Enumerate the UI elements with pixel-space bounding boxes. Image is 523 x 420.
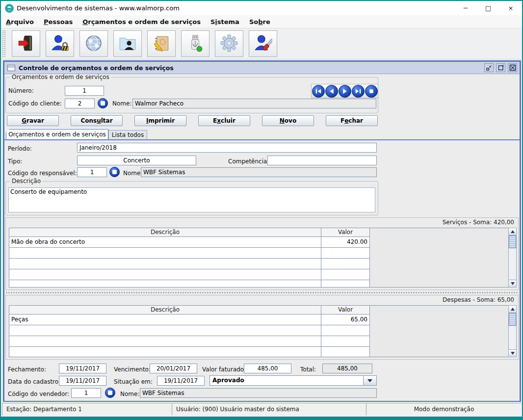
maximize-button[interactable]: □: [477, 1, 499, 15]
cliente-code-input[interactable]: [65, 99, 95, 108]
responsavel-code-input[interactable]: [77, 167, 107, 177]
lookup-icon: [108, 391, 112, 395]
fechamento-label: Fechamento:: [8, 365, 46, 374]
nav-next-button[interactable]: [339, 85, 351, 98]
descricao-title: Descrição: [10, 178, 43, 184]
situacao-combobox-value: Aprovado: [210, 376, 363, 385]
os-titlebar[interactable]: Desenvolvimento de sistemas - www.walmor…: [1, 1, 522, 15]
services-col-descricao: Descrição: [9, 228, 321, 236]
numero-label: Número:: [8, 86, 34, 96]
combobox-arrow-button[interactable]: [363, 376, 376, 385]
services-scrollbar[interactable]: [508, 228, 517, 288]
competencia-input[interactable]: [267, 156, 377, 165]
table-row[interactable]: [9, 325, 369, 336]
menu-arquivo[interactable]: Arquivo: [1, 15, 39, 28]
services-col-valor: Valor: [321, 228, 369, 236]
table-row[interactable]: Peças65.00: [9, 315, 369, 325]
table-row[interactable]: [9, 259, 369, 269]
table-row[interactable]: Mão de obra do concerto420.00: [9, 237, 369, 248]
services-table-header: Descrição Valor: [9, 228, 369, 237]
table-row[interactable]: [9, 248, 369, 259]
exit-button[interactable]: [12, 30, 40, 57]
scrollbar-track[interactable]: [509, 313, 516, 349]
status-station: Estação: Departamento 1: [2, 403, 172, 416]
frame-restore-button[interactable]: [496, 63, 505, 72]
nav-stop-button[interactable]: [365, 85, 378, 98]
table-row[interactable]: [9, 336, 369, 347]
tipo-input[interactable]: [77, 156, 196, 165]
vendedor-lookup-button[interactable]: [105, 388, 115, 398]
settings-button[interactable]: [215, 30, 243, 57]
situacao-label: Situação em:: [114, 377, 153, 387]
descricao-textarea[interactable]: Conserto de equipamento: [8, 187, 375, 212]
web-button[interactable]: [79, 30, 108, 57]
expenses-panel: Despesas - Soma: 65,00 Descrição Valor P…: [5, 295, 519, 360]
scrollbar-track[interactable]: [509, 236, 516, 280]
novo-button[interactable]: Novo: [262, 115, 314, 126]
vencimento-input[interactable]: [150, 364, 197, 373]
usb-drive-icon: [186, 34, 205, 54]
scrollbar-thumb[interactable]: [509, 236, 516, 248]
scroll-up-button[interactable]: [509, 228, 516, 236]
user-maintenance-button[interactable]: [249, 30, 277, 57]
fechar-button[interactable]: Fechar: [326, 115, 378, 126]
table-row[interactable]: [9, 347, 369, 357]
gravar-button[interactable]: Gravar: [7, 115, 59, 126]
user-tools-icon: [254, 34, 272, 54]
menu-orcamentos[interactable]: Orçamentos e ordem de serviços: [78, 15, 206, 28]
table-row[interactable]: [9, 280, 369, 288]
scroll-up-button[interactable]: [509, 306, 516, 313]
nav-last-button[interactable]: [352, 85, 365, 98]
user-permissions-button[interactable]: [46, 30, 74, 57]
data-cadastro-input[interactable]: [59, 376, 106, 386]
menu-sistema[interactable]: Sistema: [206, 15, 244, 28]
expenses-col-valor: Valor: [321, 306, 369, 314]
exit-icon: [17, 34, 35, 54]
expenses-scrollbar[interactable]: [508, 305, 517, 357]
fechamento-input[interactable]: [59, 364, 106, 373]
situacao-data-input[interactable]: [157, 376, 205, 386]
imprimir-button[interactable]: Imprimir: [134, 115, 186, 126]
scroll-down-button[interactable]: [509, 349, 516, 357]
vendedor-code-input[interactable]: [71, 388, 101, 398]
services-panel: Serviços - Soma: 420,00 Descrição Valor …: [5, 217, 519, 290]
frame-close-button[interactable]: [508, 63, 517, 72]
scrollbar-thumb[interactable]: [509, 313, 516, 326]
excluir-button[interactable]: Excluir: [198, 115, 250, 126]
numero-input[interactable]: [65, 86, 104, 96]
menu-sobre[interactable]: Sobre: [244, 15, 275, 28]
gear-icon: [220, 34, 238, 54]
frame-minimize-button[interactable]: [484, 63, 494, 72]
nav-previous-button[interactable]: [325, 85, 338, 98]
consultar-button[interactable]: Consultar: [71, 115, 123, 126]
nav-first-button[interactable]: [312, 85, 325, 98]
responsavel-lookup-button[interactable]: [109, 167, 120, 177]
vendedor-nome-label: Nome:: [120, 389, 139, 399]
clients-folder-button[interactable]: [113, 30, 142, 57]
cliente-lookup-button[interactable]: [98, 98, 108, 108]
notebook-pencil-icon: [152, 34, 171, 54]
window-title: Desenvolvimento de sistemas - www.walmor…: [17, 4, 180, 12]
vencimento-label: Vencimento:: [114, 365, 151, 374]
services-panel-title: Serviços - Soma: 420,00: [443, 219, 514, 226]
toolbar-grip-handle[interactable]: [2, 30, 6, 57]
close-button[interactable]: ×: [499, 1, 522, 15]
tab-divider-line: [4, 139, 520, 140]
menu-pessoas[interactable]: Pessoas: [39, 15, 78, 28]
scroll-down-button[interactable]: [509, 280, 516, 287]
backup-button[interactable]: [181, 30, 209, 57]
situacao-combobox[interactable]: Aprovado: [209, 375, 377, 386]
tab-orcamentos[interactable]: Orçamentos e ordem de serviços: [6, 129, 108, 139]
services-table: Descrição Valor Mão de obra do concerto4…: [9, 228, 370, 288]
tab-lista-todos[interactable]: Lista todos: [108, 130, 147, 139]
valor-faturado-input[interactable]: [244, 364, 291, 373]
split-divider-handle[interactable]: [5, 291, 519, 294]
minimize-button[interactable]: ─: [454, 1, 477, 15]
table-row[interactable]: [9, 269, 369, 280]
tipo-label: Tipo:: [8, 157, 22, 166]
notes-button[interactable]: [147, 30, 176, 57]
internal-frame-titlebar[interactable]: Controle de orçamentos e ordem de serviç…: [4, 62, 520, 74]
periodo-input[interactable]: [77, 143, 377, 153]
competencia-label: Competência:: [228, 157, 269, 166]
app-logo-icon: [5, 4, 14, 13]
